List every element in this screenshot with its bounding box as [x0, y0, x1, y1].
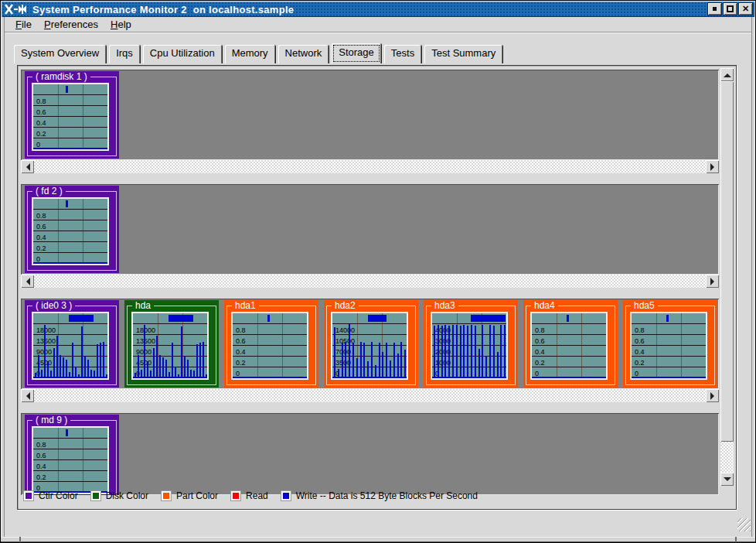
- y-axis-label: 0.8: [535, 326, 545, 334]
- legend: Ctlr ColorDisk ColorPart ColorReadWrite …: [24, 488, 491, 504]
- tab-system-overview[interactable]: System Overview: [14, 45, 106, 63]
- scroll-left-button[interactable]: [21, 275, 34, 288]
- menu-help[interactable]: Help: [104, 18, 138, 31]
- scroll-position-indicator[interactable]: [69, 315, 94, 322]
- horizontal-gridline: [33, 138, 107, 138]
- scroll-position-indicator[interactable]: [567, 315, 569, 322]
- horizontal-gridline: [632, 356, 706, 357]
- scroll-position-indicator[interactable]: [471, 315, 506, 322]
- tab-memory[interactable]: Memory: [225, 45, 275, 63]
- scroll-right-button[interactable]: [706, 160, 719, 173]
- window-frame-right[interactable]: [751, 17, 755, 542]
- zero-baseline: [233, 377, 307, 378]
- resize-grip[interactable]: [737, 518, 751, 531]
- zero-baseline: [33, 262, 107, 264]
- menu-file[interactable]: File: [9, 18, 38, 31]
- data-bar: [47, 361, 49, 377]
- scroll-left-button[interactable]: [21, 389, 34, 402]
- horizontal-scrollbar-0[interactable]: [21, 160, 719, 173]
- horizontal-gridline: [332, 323, 407, 324]
- legend-label: Read: [246, 490, 268, 501]
- scroll-position-indicator[interactable]: [66, 429, 68, 436]
- data-bar: [193, 371, 195, 377]
- chart-frame-hda: hda1800013500900045000: [124, 300, 219, 388]
- horizontal-scrollbar-2[interactable]: [21, 389, 719, 402]
- maximize-icon: [727, 5, 734, 12]
- storage-row-viewport-1: ( fd 2 )0.80.60.40.20: [21, 184, 719, 275]
- data-bar: [203, 342, 204, 377]
- horizontal-scrollbar-trough[interactable]: [34, 275, 706, 288]
- chart-canvas: 0.80.60.40.20: [630, 312, 707, 380]
- horizontal-scrollbar-1[interactable]: [21, 275, 719, 288]
- horizontal-gridline: [33, 459, 107, 460]
- data-bar: [345, 342, 346, 377]
- horizontal-gridline: [233, 356, 307, 357]
- chart-title: hda1: [232, 300, 259, 311]
- tab-storage[interactable]: Storage: [332, 43, 381, 63]
- chart-frame-hda4: hda40.80.60.40.20: [523, 300, 618, 388]
- storage-row-viewport-2: ( ide0 3 )1800013500900045000hda18000135…: [21, 299, 719, 389]
- scroll-position-indicator[interactable]: [267, 315, 270, 322]
- y-axis-label: 0.6: [36, 223, 46, 231]
- data-bar: [471, 325, 472, 377]
- horizontal-gridline: [33, 116, 107, 117]
- y-axis-label: 0.4: [635, 348, 645, 356]
- tab-irqs[interactable]: Irqs: [109, 45, 140, 63]
- data-bar: [363, 343, 365, 377]
- vertical-scrollbar[interactable]: [720, 68, 734, 486]
- horizontal-gridline: [532, 367, 606, 367]
- zero-baseline: [33, 377, 107, 378]
- horizontal-scrollbar-trough[interactable]: [34, 160, 706, 173]
- tab-network[interactable]: Network: [278, 45, 329, 63]
- zero-baseline: [632, 377, 706, 378]
- data-bar: [56, 336, 58, 377]
- scroll-up-button[interactable]: [720, 68, 734, 81]
- window-titlebar[interactable]: System Performance Monitor 2 on localhos…: [2, 2, 754, 17]
- menu-label-underline: H: [111, 19, 117, 30]
- scroll-right-button[interactable]: [706, 275, 719, 288]
- data-bar: [190, 370, 192, 377]
- scroll-position-indicator[interactable]: [368, 315, 387, 322]
- y-axis-label: 0.4: [36, 234, 46, 241]
- tab-test-summary[interactable]: Test Summary: [424, 45, 502, 63]
- window-frame-bottom[interactable]: [1, 537, 755, 542]
- scroll-position-indicator[interactable]: [66, 200, 68, 207]
- data-bar: [390, 360, 391, 377]
- data-bar: [500, 325, 502, 377]
- vertical-scrollbar-trough[interactable]: [720, 81, 734, 473]
- legend-swatch: [24, 491, 33, 500]
- x-pin-icon: [5, 4, 28, 15]
- horizontal-gridline: [33, 252, 107, 253]
- y-axis-label: 0.8: [635, 326, 645, 334]
- y-axis-label: 0.4: [36, 119, 46, 127]
- y-axis-label: 0.2: [635, 359, 645, 367]
- vertical-scrollbar-thumb[interactable]: [720, 81, 734, 442]
- chart-frame-hda5: hda50.80.60.40.20: [623, 300, 717, 388]
- legend-swatch: [162, 491, 171, 500]
- chart-title: ( ramdisk 1 ): [32, 71, 90, 82]
- horizontal-scrollbar-trough[interactable]: [34, 389, 706, 402]
- tab-tests[interactable]: Tests: [384, 45, 421, 63]
- data-bar: [404, 350, 406, 377]
- up-arrow-icon: [724, 70, 731, 77]
- horizontal-gridline: [33, 220, 107, 220]
- close-button[interactable]: ✕: [739, 3, 752, 15]
- chart-frame-hda2: hda21400010500700035000: [324, 300, 418, 388]
- tab-cpu-utilization[interactable]: Cpu Utilization: [143, 45, 222, 63]
- menu-preferences[interactable]: Preferences: [38, 18, 104, 31]
- maximize-button[interactable]: [724, 3, 737, 15]
- scroll-left-button[interactable]: [21, 160, 34, 173]
- scroll-position-indicator[interactable]: [66, 86, 68, 93]
- scroll-position-indicator[interactable]: [169, 315, 193, 322]
- scroll-position-indicator[interactable]: [666, 315, 669, 322]
- y-axis-label: 0.4: [36, 463, 46, 470]
- y-axis-label: 18000: [136, 326, 155, 334]
- horizontal-gridline: [432, 367, 506, 367]
- minimize-button[interactable]: [708, 3, 721, 15]
- legend-label: Ctlr Color: [39, 490, 78, 501]
- y-axis-label: 0.6: [535, 337, 545, 345]
- horizontal-gridline: [33, 481, 107, 482]
- scroll-right-button[interactable]: [706, 389, 719, 402]
- scroll-down-button[interactable]: [720, 473, 734, 486]
- data-bar: [94, 371, 95, 377]
